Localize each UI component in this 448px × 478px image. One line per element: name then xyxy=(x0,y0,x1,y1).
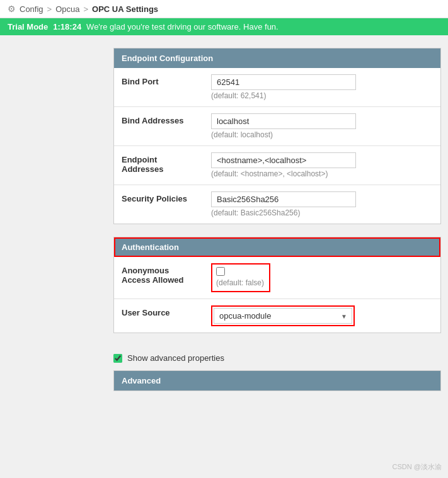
bind-addresses-input[interactable] xyxy=(211,113,356,129)
bind-addresses-label: Bind Addresses xyxy=(122,113,204,125)
authentication-header: Authentication xyxy=(114,237,440,257)
anonymous-access-control: (default: false) xyxy=(211,263,433,292)
endpoint-config-header: Endpoint Configuration xyxy=(114,48,440,68)
user-source-label: User Source xyxy=(122,305,204,317)
bind-port-label: Bind Port xyxy=(122,74,204,86)
anonymous-access-highlighted-box: (default: false) xyxy=(211,263,270,292)
endpoint-config-card: Endpoint Configuration Bind Port (defaul… xyxy=(113,48,441,224)
anonymous-access-checkbox-wrap: (default: false) xyxy=(216,267,264,287)
trial-label: Trial Mode xyxy=(8,22,48,31)
breadcrumb-opcua[interactable]: Opcua xyxy=(55,4,79,14)
trial-banner: Trial Mode 1:18:24 We're glad you're tes… xyxy=(0,18,448,35)
bind-port-control: (default: 62,541) xyxy=(211,74,433,100)
show-advanced-label: Show advanced properties xyxy=(127,353,224,363)
anonymous-access-checkbox[interactable] xyxy=(216,267,225,276)
bind-addresses-hint: (default: localhost) xyxy=(211,130,433,139)
breadcrumb-sep-1: > xyxy=(47,4,52,14)
endpoint-addresses-control: (default: <hostname>, <localhost>) xyxy=(211,152,433,178)
breadcrumb-current: OPC UA Settings xyxy=(92,4,158,14)
advanced-card: Advanced xyxy=(113,370,441,391)
anonymous-access-hint: (default: false) xyxy=(216,278,264,287)
endpoint-addresses-input[interactable] xyxy=(211,152,356,168)
main-content: Endpoint Configuration Bind Port (defaul… xyxy=(0,35,448,404)
breadcrumb-bar: ⚙ Config > Opcua > OPC UA Settings xyxy=(0,0,448,18)
anonymous-access-row: AnonymousAccess Allowed (default: false) xyxy=(114,257,440,299)
show-advanced-row: Show advanced properties xyxy=(113,346,448,370)
trial-message: We're glad you're test driving our softw… xyxy=(86,22,279,31)
user-source-select[interactable]: opcua-module local ldap xyxy=(214,308,352,324)
user-source-select-wrapper: opcua-module local ldap xyxy=(214,308,352,324)
advanced-header: Advanced xyxy=(114,371,440,390)
anonymous-access-label: AnonymousAccess Allowed xyxy=(122,263,204,285)
security-policies-hint: (default: Basic256Sha256) xyxy=(211,208,433,217)
gear-icon: ⚙ xyxy=(8,4,16,14)
security-policies-row: Security Policies (default: Basic256Sha2… xyxy=(114,185,440,224)
trial-timer: 1:18:24 xyxy=(53,22,81,31)
user-source-row: User Source opcua-module local ldap xyxy=(114,299,440,333)
authentication-card: Authentication AnonymousAccess Allowed (… xyxy=(113,237,441,333)
security-policies-input[interactable] xyxy=(211,191,356,207)
bind-addresses-control: (default: localhost) xyxy=(211,113,433,139)
endpoint-addresses-row: EndpointAddresses (default: <hostname>, … xyxy=(114,146,440,185)
breadcrumb-config[interactable]: Config xyxy=(20,4,43,14)
bind-port-row: Bind Port (default: 62,541) xyxy=(114,68,440,107)
breadcrumb-sep-2: > xyxy=(83,4,88,14)
endpoint-addresses-label: EndpointAddresses xyxy=(122,152,204,174)
bind-port-hint: (default: 62,541) xyxy=(211,91,433,100)
user-source-highlighted-box: opcua-module local ldap xyxy=(211,305,355,326)
security-policies-control: (default: Basic256Sha256) xyxy=(211,191,433,217)
user-source-control: opcua-module local ldap xyxy=(211,305,433,326)
show-advanced-checkbox[interactable] xyxy=(113,354,122,363)
security-policies-label: Security Policies xyxy=(122,191,204,203)
bind-port-input[interactable] xyxy=(211,74,356,90)
endpoint-addresses-hint: (default: <hostname>, <localhost>) xyxy=(211,169,433,178)
bind-addresses-row: Bind Addresses (default: localhost) xyxy=(114,107,440,146)
